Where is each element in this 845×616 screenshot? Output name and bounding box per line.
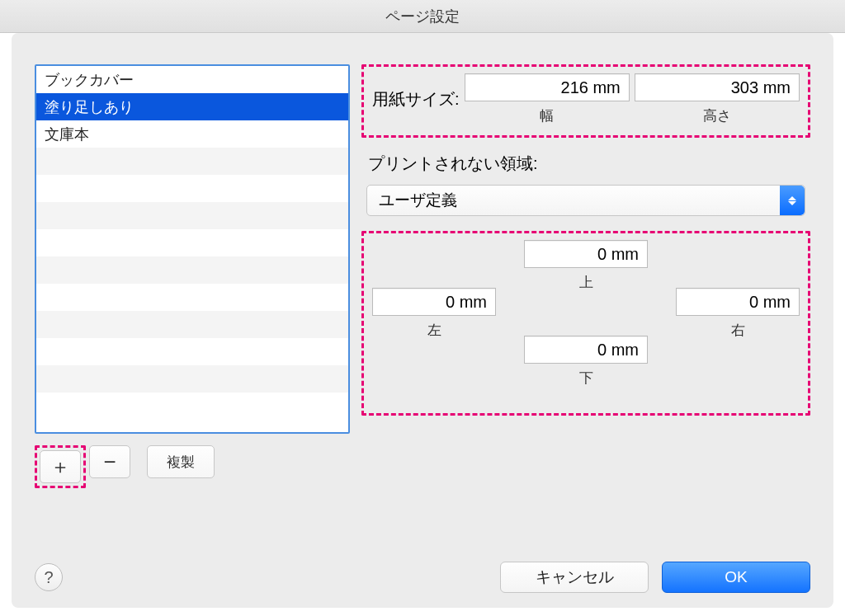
paper-width-caption: 幅 — [540, 106, 554, 125]
preset-item[interactable]: 文庫本 — [36, 120, 348, 148]
preset-item-empty[interactable] — [36, 284, 348, 311]
preset-item-empty[interactable] — [36, 202, 348, 229]
dialog-sheet: ブックカバー 塗り足しあり 文庫本 ＋ − 複製 — [12, 33, 833, 608]
window-title: ページ設定 — [385, 7, 460, 26]
add-preset-button[interactable]: ＋ — [40, 450, 81, 483]
preset-item-empty[interactable] — [36, 175, 348, 202]
margin-left-input[interactable] — [372, 288, 496, 316]
remove-preset-button[interactable]: − — [89, 445, 130, 478]
preset-item[interactable]: 塗り足しあり — [36, 93, 348, 120]
margin-top-caption: 上 — [579, 273, 593, 292]
non-printable-label: プリントされない領域: — [368, 153, 810, 175]
duplicate-preset-button[interactable]: 複製 — [147, 445, 215, 478]
preset-item-empty[interactable] — [36, 256, 348, 284]
margin-left-caption: 左 — [427, 321, 441, 340]
margin-right-input[interactable] — [676, 288, 800, 316]
margin-top-input[interactable] — [524, 240, 648, 268]
margin-bottom-input[interactable] — [524, 336, 648, 364]
paper-height-input[interactable] — [635, 73, 800, 101]
preset-item-empty[interactable] — [36, 229, 348, 256]
preset-item[interactable]: ブックカバー — [36, 66, 348, 93]
paper-height-caption: 高さ — [703, 106, 731, 125]
paper-size-label: 用紙サイズ: — [372, 88, 460, 111]
window-titlebar: ページ設定 — [0, 0, 845, 33]
ok-button[interactable]: OK — [662, 562, 810, 593]
chevron-up-down-icon — [780, 186, 805, 215]
preset-item-empty[interactable] — [36, 365, 348, 393]
preset-item-empty[interactable] — [36, 311, 348, 338]
margin-right-caption: 右 — [731, 321, 745, 340]
paper-width-input[interactable] — [465, 73, 630, 101]
margin-bottom-caption: 下 — [579, 369, 593, 388]
preset-list[interactable]: ブックカバー 塗り足しあり 文庫本 — [35, 64, 350, 434]
margin-preset-dropdown[interactable]: ユーザ定義 — [366, 185, 805, 216]
preset-item-empty[interactable] — [36, 148, 348, 175]
preset-item-empty[interactable] — [36, 393, 348, 420]
dropdown-value: ユーザ定義 — [379, 190, 457, 211]
preset-item-empty[interactable] — [36, 338, 348, 365]
cancel-button[interactable]: キャンセル — [500, 562, 649, 593]
help-button[interactable]: ? — [35, 563, 63, 591]
